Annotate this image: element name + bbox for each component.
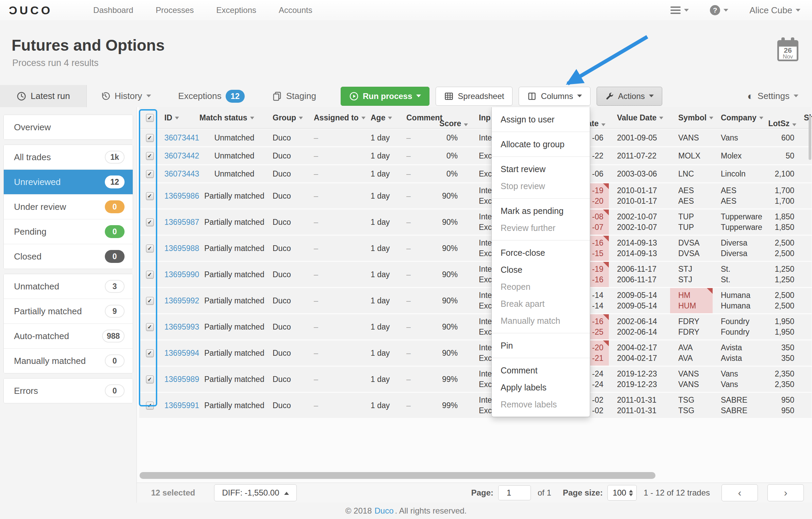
column-header-score[interactable]: Score (434, 107, 470, 128)
menu-item-assign-to-user[interactable]: Assign to user (492, 111, 590, 128)
trade-id-link[interactable]: 13695987 (164, 218, 199, 227)
sidebar-item-unmatched[interactable]: Unmatched3 (4, 274, 133, 299)
row-checkbox[interactable] (146, 297, 154, 305)
sidebar-item-manually-matched[interactable]: Manually matched0 (4, 349, 133, 373)
settings-button[interactable]: ◐ Settings (747, 91, 798, 101)
age-cell: 1 day (368, 314, 397, 339)
trade-id-link[interactable]: 13695990 (164, 270, 199, 279)
assigned-cell: – (308, 183, 368, 208)
tab-latest-run[interactable]: Latest run (0, 85, 87, 107)
next-page-button[interactable]: › (767, 484, 804, 501)
column-header-value_date[interactable]: Value Date (609, 107, 670, 128)
id-cell: 36073442 (160, 147, 199, 164)
column-header-id[interactable]: ID (160, 107, 199, 128)
sidebar-item-auto-matched[interactable]: Auto-matched988 (4, 324, 133, 349)
menu-group: Assign to user (492, 107, 590, 132)
vertical-scrollbar[interactable] (809, 116, 811, 160)
row-checkbox[interactable] (146, 271, 154, 279)
menu-item-pin[interactable]: Pin (492, 337, 590, 354)
column-header-label: Symbol (678, 113, 707, 122)
row-checkbox[interactable] (146, 245, 154, 252)
sidebar-item-pending[interactable]: Pending0 (4, 219, 133, 244)
spreadsheet-button[interactable]: Spreadsheet (436, 87, 513, 106)
nav-item-processes[interactable]: Processes (156, 5, 194, 15)
menu-item-mark-as-pending[interactable]: Mark as pending (492, 202, 590, 219)
trade-id-link[interactable]: 13695993 (164, 322, 199, 332)
column-header-assigned[interactable]: Assigned to (308, 107, 368, 128)
trade-id-link[interactable]: 13695994 (164, 349, 199, 358)
column-header-status[interactable]: Match status (199, 107, 269, 128)
menu-group: Pin (492, 333, 590, 358)
tab-exceptions[interactable]: Exceptions 12 (165, 85, 258, 107)
sidebar-item-all-trades[interactable]: All trades1k (4, 145, 133, 170)
column-header-group[interactable]: Group (269, 107, 308, 128)
sidebar-item-closed[interactable]: Closed0 (4, 244, 133, 269)
menu-item-close[interactable]: Close (492, 261, 590, 278)
help-menu-button[interactable]: ? (710, 5, 728, 15)
menu-item-allocate-to-group[interactable]: Allocate to group (492, 136, 590, 153)
trade-id-link[interactable]: 13695986 (164, 191, 199, 201)
age-cell: 1 day (368, 393, 397, 418)
row-checkbox[interactable] (146, 375, 154, 383)
trade-id-link[interactable]: 36073443 (164, 169, 199, 179)
button-label: Actions (618, 91, 645, 101)
page-size-stepper[interactable]: 100 (607, 485, 637, 501)
duco-logo[interactable]: ƆUCO (9, 4, 52, 17)
score-cell: 90% (434, 183, 470, 208)
row-checkbox[interactable] (146, 134, 154, 142)
row-checkbox[interactable] (146, 323, 154, 331)
sh-cell (801, 165, 812, 182)
column-header-age[interactable]: Age (368, 107, 397, 128)
run-process-button[interactable]: Run process (341, 87, 429, 106)
trade-id-link[interactable]: 13695989 (164, 375, 199, 384)
row-checkbox[interactable] (146, 402, 154, 409)
trade-id-link[interactable]: 13695992 (164, 296, 199, 305)
previous-page-button[interactable]: ‹ (721, 484, 758, 501)
calendar-icon[interactable]: 26 Nov (777, 40, 798, 61)
count-badge: 988 (102, 330, 125, 342)
tab-staging[interactable]: Staging (258, 85, 330, 107)
apps-menu-button[interactable] (670, 6, 689, 14)
select-all-checkbox[interactable] (146, 114, 154, 122)
comment-cell: – (397, 129, 434, 146)
row-checkbox[interactable] (146, 218, 154, 226)
row-checkbox[interactable] (146, 349, 154, 357)
columns-button[interactable]: Columns (519, 87, 590, 106)
sidebar-item-under-review[interactable]: Under review0 (4, 195, 133, 219)
sidebar-item-unreviewed[interactable]: Unreviewed12 (4, 170, 133, 195)
menu-item-force-close[interactable]: Force-close (492, 244, 590, 261)
column-header-company[interactable]: Company (713, 107, 764, 128)
actions-button[interactable]: Actions (597, 87, 662, 106)
row-checkbox[interactable] (146, 152, 154, 160)
sidebar-item-overview[interactable]: Overview (4, 115, 133, 139)
nav-item-exceptions[interactable]: Exceptions (216, 5, 256, 15)
trade-id-link[interactable]: 36073441 (164, 133, 199, 143)
tab-history[interactable]: History (87, 85, 165, 107)
horizontal-scrollbar[interactable] (140, 472, 655, 479)
menu-item-apply-labels[interactable]: Apply labels (492, 379, 590, 396)
row-checkbox[interactable] (146, 170, 154, 178)
sidebar-item-partially-matched[interactable]: Partially matched9 (4, 299, 133, 324)
status-cell: Partially matched (199, 340, 269, 366)
trade-id-link[interactable]: 36073442 (164, 151, 199, 161)
brand-link[interactable]: Duco (374, 506, 393, 516)
nav-item-dashboard[interactable]: Dashboard (93, 5, 133, 15)
page-number-input[interactable] (498, 485, 531, 500)
sidebar-item-errors[interactable]: Errors0 (4, 379, 133, 403)
chevron-down-icon (649, 95, 654, 100)
diff-summary-button[interactable]: DIFF: -1,550.00 (214, 484, 296, 501)
user-menu-button[interactable]: Alice Cube (749, 5, 800, 16)
column-header-symbol[interactable]: Symbol (670, 107, 713, 128)
column-header-lotsz[interactable]: LotSz (764, 107, 801, 128)
menu-item-start-review[interactable]: Start review (492, 161, 590, 178)
age-cell: 1 day (368, 236, 397, 261)
group-cell: Duco (269, 314, 308, 339)
trade-id-link[interactable]: 13695988 (164, 244, 199, 253)
count-badge: 1k (105, 151, 125, 164)
column-header-select[interactable] (139, 107, 160, 128)
table-area: IDMatch statusGroupAssigned toAgeComment… (137, 107, 812, 503)
trade-id-link[interactable]: 13695991 (164, 401, 199, 410)
row-checkbox[interactable] (146, 192, 154, 200)
nav-item-accounts[interactable]: Accounts (279, 5, 312, 15)
menu-item-comment[interactable]: Comment (492, 362, 590, 379)
